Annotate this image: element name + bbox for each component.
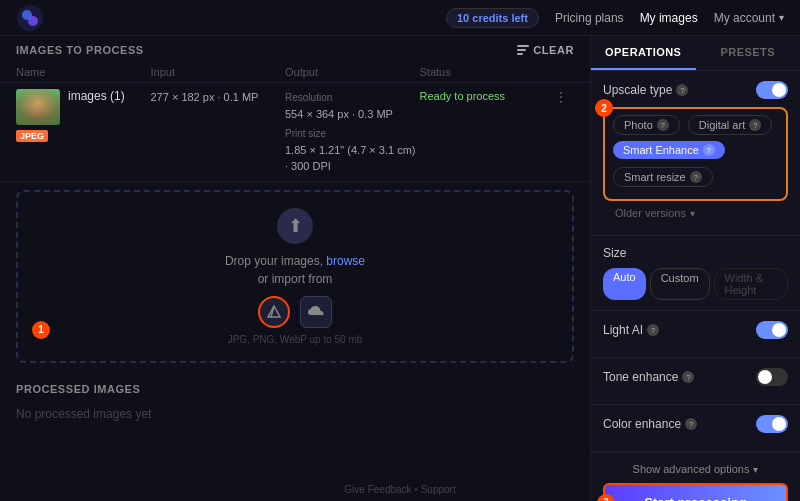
give-feedback-link[interactable]: Give Feedback <box>344 484 411 495</box>
drop-zone[interactable]: 1 ⬆ Drop your images, browse or import f… <box>16 190 574 363</box>
size-auto-option[interactable]: Auto <box>603 268 646 300</box>
processed-images-title: PROCESSED IMAGES <box>16 383 140 395</box>
smart-resize-info-icon[interactable]: ? <box>690 171 702 183</box>
col-name: Name <box>16 66 151 78</box>
import-buttons <box>258 296 332 328</box>
my-account-label: My account <box>714 11 775 25</box>
account-chevron-icon: ▾ <box>779 12 784 23</box>
row-options-button[interactable]: ⋮ <box>554 89 574 105</box>
size-section: Size Auto Custom Width & Height <box>591 236 800 311</box>
output-resolution-label: Resolution <box>285 92 332 103</box>
size-label-row: Size <box>603 246 788 260</box>
image-format-badge: JPEG <box>16 130 48 142</box>
drop-text: Drop your images, browse or import from <box>225 252 365 288</box>
tab-presets[interactable]: PRESETS <box>696 36 801 70</box>
older-versions-chevron-icon: ▾ <box>690 208 695 219</box>
tab-operations[interactable]: OPERATIONS <box>591 36 696 70</box>
tone-enhance-info-icon[interactable]: ? <box>682 371 694 383</box>
output-print-label: Print size <box>285 128 326 139</box>
app-logo[interactable] <box>16 4 44 32</box>
size-label: Size <box>603 246 626 260</box>
tone-enhance-toggle[interactable] <box>756 368 788 386</box>
size-custom-option[interactable]: Custom <box>650 268 710 300</box>
tone-enhance-row: Tone enhance ? <box>603 368 788 386</box>
smart-resize-option[interactable]: Smart resize ? <box>613 167 713 187</box>
output-print-value: 1.85 × 1.21" (4.7 × 3.1 cm) · 300 DPI <box>285 144 415 173</box>
svg-rect-5 <box>517 53 523 55</box>
clear-button[interactable]: Clear <box>517 44 574 56</box>
upscale-options-box: 2 Photo ? Digital art ? Smart Enhance ? <box>603 107 788 201</box>
badge-1: 1 <box>32 321 50 339</box>
right-footer: Show advanced options ▾ 3 Start processi… <box>591 452 800 501</box>
smart-enhance-option[interactable]: Smart Enhance ? <box>613 141 725 159</box>
browse-link[interactable]: browse <box>326 254 365 268</box>
support-link[interactable]: Support <box>421 484 456 495</box>
light-ai-row: Light AI ? <box>603 321 788 339</box>
cloud-import-button[interactable] <box>300 296 332 328</box>
svg-rect-4 <box>517 49 526 51</box>
my-images-link[interactable]: My images <box>640 11 698 25</box>
size-width-height-option[interactable]: Width & Height <box>714 268 788 300</box>
color-enhance-toggle[interactable] <box>756 415 788 433</box>
upscale-type-row: Upscale type ? <box>603 81 788 99</box>
left-panel: IMAGES TO PROCESS Clear Name Input Outpu… <box>0 36 590 501</box>
cloud-icon <box>308 305 324 319</box>
status-badge: Ready to process <box>420 90 506 102</box>
svg-rect-3 <box>517 45 529 47</box>
upscale-type-section: Upscale type ? 2 Photo ? Digital art ? <box>591 71 800 236</box>
upscale-type-label: Upscale type ? <box>603 83 688 97</box>
image-thumbnail <box>16 89 60 125</box>
older-versions-button[interactable]: Older versions ▾ <box>603 201 788 225</box>
upscale-type-toggle[interactable] <box>756 81 788 99</box>
my-account-menu[interactable]: My account ▾ <box>714 11 784 25</box>
drop-hint: JPG, PNG, WebP up to 50 mb <box>228 334 363 345</box>
processed-images-section: PROCESSED IMAGES <box>0 371 590 403</box>
show-advanced-button[interactable]: Show advanced options ▾ <box>603 463 788 475</box>
show-advanced-chevron-icon: ▾ <box>753 464 758 475</box>
upload-icon: ⬆ <box>277 208 313 244</box>
tone-enhance-label: Tone enhance ? <box>603 370 694 384</box>
pricing-plans-link[interactable]: Pricing plans <box>555 11 624 25</box>
images-to-process-header: IMAGES TO PROCESS Clear <box>0 36 590 62</box>
badge-3: 3 <box>597 494 615 502</box>
light-ai-info-icon[interactable]: ? <box>647 324 659 336</box>
badge-2: 2 <box>595 99 613 117</box>
digital-art-info-icon[interactable]: ? <box>749 119 761 131</box>
smart-enhance-info-icon[interactable]: ? <box>703 144 715 156</box>
upscale-type-info-icon[interactable]: ? <box>676 84 688 96</box>
color-enhance-label: Color enhance ? <box>603 417 697 431</box>
image-input-cell: 277 × 182 px · 0.1 MP <box>151 89 286 106</box>
light-ai-label: Light AI ? <box>603 323 659 337</box>
color-enhance-section: Color enhance ? <box>591 405 800 452</box>
color-enhance-info-icon[interactable]: ? <box>685 418 697 430</box>
light-ai-toggle[interactable] <box>756 321 788 339</box>
tabs: OPERATIONS PRESETS <box>591 36 800 71</box>
image-status-cell: Ready to process <box>420 89 555 103</box>
size-options: Auto Custom Width & Height <box>603 268 788 300</box>
google-drive-import-button[interactable] <box>258 296 290 328</box>
google-drive-icon <box>266 304 282 320</box>
image-name-cell: JPEG images (1) <box>16 89 151 142</box>
input-dimensions: 277 × 182 px · 0.1 MP <box>151 91 259 103</box>
output-resolution-value: 554 × 364 px · 0.3 MP <box>285 108 393 120</box>
photo-option[interactable]: Photo ? <box>613 115 680 135</box>
svg-point-2 <box>28 16 38 26</box>
col-status: Status <box>420 66 555 78</box>
light-ai-section: Light AI ? <box>591 311 800 358</box>
table-row: JPEG images (1) 277 × 182 px · 0.1 MP Re… <box>0 83 590 182</box>
tone-enhance-section: Tone enhance ? <box>591 358 800 405</box>
main-layout: IMAGES TO PROCESS Clear Name Input Outpu… <box>0 36 800 501</box>
digital-art-option[interactable]: Digital art ? <box>688 115 772 135</box>
processed-images-header: PROCESSED IMAGES <box>16 379 574 399</box>
photo-info-icon[interactable]: ? <box>657 119 669 131</box>
image-output-cell: Resolution 554 × 364 px · 0.3 MP Print s… <box>285 89 420 175</box>
right-panel: OPERATIONS PRESETS Upscale type ? 2 Phot… <box>590 36 800 501</box>
clear-icon <box>517 45 529 55</box>
top-nav: 10 credits left Pricing plans My images … <box>0 0 800 36</box>
page-footer: Give Feedback • Support <box>344 484 455 495</box>
upscale-type-option-row-2: Smart Enhance ? Smart resize ? <box>613 141 778 187</box>
upscale-type-option-row-1: Photo ? Digital art ? <box>613 115 778 135</box>
no-processed-label: No processed images yet <box>0 403 590 425</box>
image-name: images (1) <box>68 89 125 103</box>
start-processing-button[interactable]: 3 Start processing <box>603 483 788 501</box>
